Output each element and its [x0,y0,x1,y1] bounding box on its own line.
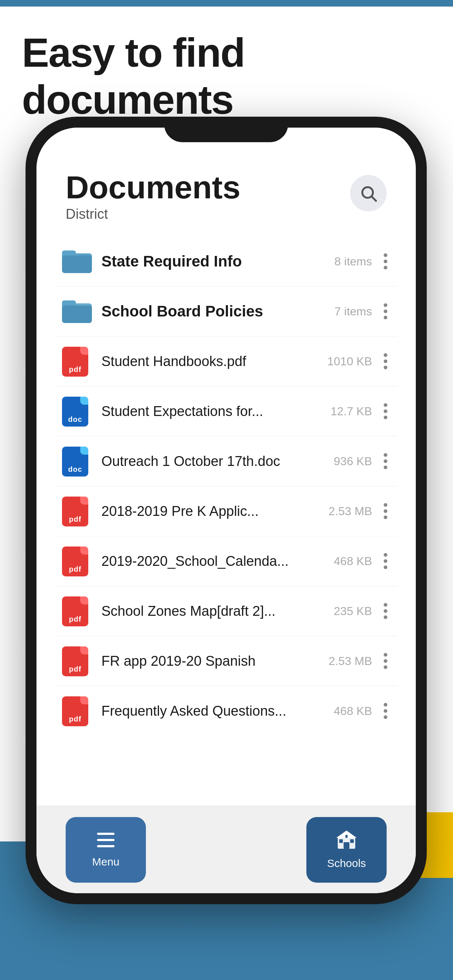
pdf-icon-faq: pdf [62,696,91,725]
item-name: School Zones Map[draft 2]... [101,603,334,619]
more-dot [384,565,388,569]
list-item[interactable]: pdf School Zones Map[draft 2]... 235 KB [55,586,397,636]
pdf-label: pdf [69,615,81,624]
header-title-group: Documents District [65,171,240,222]
doc-label: doc [68,415,83,424]
item-name: 2019-2020_School_Calenda... [101,554,334,569]
pdf-icon-school-calendar: pdf [62,547,91,576]
more-button[interactable] [381,450,390,472]
item-size: 468 KB [334,555,372,568]
documents-subtitle: District [65,206,240,222]
pdf-label: pdf [69,665,81,673]
pdf-icon-school-zones: pdf [62,597,91,625]
svg-rect-18 [345,835,348,838]
item-name: Outreach 1 October 17th.doc [101,453,334,469]
more-button[interactable] [381,550,390,572]
item-size: 2.53 MB [329,504,372,518]
more-dot [384,515,388,519]
list-item[interactable]: pdf Student Handbooks.pdf 1010 KB [55,337,397,387]
folder-icon-state [62,247,91,276]
more-dot [384,559,388,563]
more-dot [384,253,388,257]
more-button[interactable] [381,301,390,322]
item-size: 936 KB [334,455,372,468]
pdf-label: pdf [69,515,81,523]
more-dot [384,266,388,269]
more-button[interactable] [381,500,390,522]
pdf-icon-prek-app: pdf [62,496,91,526]
svg-rect-17 [350,839,354,843]
more-button[interactable] [381,700,390,722]
more-dot [384,616,388,619]
svg-rect-12 [97,845,115,847]
more-dot [384,659,388,663]
menu-icon [97,831,115,851]
tab-menu[interactable]: Menu [65,817,146,883]
item-name: 2018-2019 Pre K Applic... [101,503,329,519]
item-size: 7 items [335,305,372,318]
doc-label: doc [68,465,83,474]
item-size: 468 KB [334,705,372,718]
more-button[interactable] [381,400,390,422]
list-item[interactable]: pdf 2019-2020_School_Calenda... 468 KB [55,536,397,586]
svg-rect-5 [62,256,92,273]
more-dot [384,709,388,713]
more-dot [384,509,388,513]
item-name: Frequently Asked Questions... [101,703,334,719]
tab-bar: Menu Schools [37,806,416,893]
more-dot [384,259,388,263]
pdf-icon-student-handbooks: pdf [62,347,91,376]
item-name: Student Handbooks.pdf [101,354,327,369]
documents-header: Documents District [37,127,416,237]
more-button[interactable] [381,600,390,622]
list-item[interactable]: State Required Info 8 items [55,237,397,286]
list-item[interactable]: pdf FR app 2019-20 Spanish 2.53 MB [55,636,397,686]
more-dot [384,366,388,369]
more-dot [384,703,388,706]
more-dot [384,609,388,613]
tab-menu-label: Menu [92,856,119,868]
more-dot [384,415,388,419]
item-name: School Board Policies [101,302,335,320]
phone-frame: Documents District [26,117,427,904]
search-button[interactable] [350,175,387,212]
svg-rect-10 [97,833,115,835]
folder-svg [62,247,92,273]
top-stripe [0,0,453,6]
page-title: Easy to find documents [22,29,453,123]
list-item[interactable]: School Board Policies 7 items [55,286,397,337]
more-dot [384,553,388,557]
more-dot [384,665,388,669]
more-dot [384,403,388,407]
more-button[interactable] [381,250,390,272]
phone-screen: Documents District [37,127,416,893]
doc-icon-outreach: doc [62,447,91,476]
item-size: 235 KB [334,605,372,618]
schools-icon [336,830,357,853]
svg-line-1 [372,197,376,200]
pdf-label: pdf [69,715,81,723]
more-dot [384,603,388,607]
list-item[interactable]: doc Student Expectations for... 12.7 KB [55,387,397,436]
tab-schools[interactable]: Schools [306,817,387,883]
more-dot [384,316,388,320]
more-dot [384,466,388,469]
item-name: State Required Info [101,253,335,270]
more-button[interactable] [381,350,390,372]
list-item[interactable]: pdf Frequently Asked Questions... 468 KB [55,686,397,736]
item-size: 12.7 KB [330,405,372,418]
svg-rect-16 [339,839,343,843]
list-item[interactable]: pdf 2018-2019 Pre K Applic... 2.53 MB [55,486,397,536]
documents-title: Documents [65,171,240,204]
more-button[interactable] [381,650,390,672]
svg-rect-15 [344,842,349,849]
list-item[interactable]: doc Outreach 1 October 17th.doc 936 KB [55,436,397,486]
item-size: 8 items [335,255,372,268]
doc-icon-student-expectations: doc [62,397,91,426]
svg-rect-9 [62,305,92,323]
item-name: FR app 2019-20 Spanish [101,653,329,669]
document-list: State Required Info 8 items [37,237,416,736]
item-size: 1010 KB [327,355,372,368]
pdf-icon-fr-app-spanish: pdf [62,646,91,676]
item-name: Student Expectations for... [101,404,330,419]
